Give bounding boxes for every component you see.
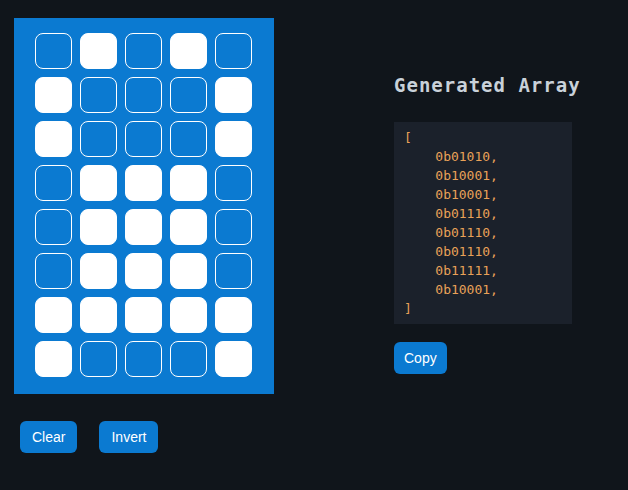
grid-cell[interactable] — [125, 77, 162, 113]
grid-cell[interactable] — [125, 341, 162, 377]
pixel-editor-panel — [14, 18, 274, 394]
grid-cell[interactable] — [170, 121, 207, 157]
grid-cell[interactable] — [80, 77, 117, 113]
grid-cell[interactable] — [35, 341, 72, 377]
grid-cell[interactable] — [215, 341, 252, 377]
grid-cell[interactable] — [170, 209, 207, 245]
grid-cell[interactable] — [170, 77, 207, 113]
copy-button[interactable]: Copy — [394, 342, 447, 374]
grid-cell[interactable] — [125, 253, 162, 289]
code-pre: [ 0b01010, 0b10001, 0b10001, 0b01110, 0b… — [404, 128, 562, 318]
grid-cell[interactable] — [35, 121, 72, 157]
grid-cell[interactable] — [125, 297, 162, 333]
grid-cell[interactable] — [35, 209, 72, 245]
grid-cell[interactable] — [170, 341, 207, 377]
grid-cell[interactable] — [170, 253, 207, 289]
grid-cell[interactable] — [170, 33, 207, 69]
grid-cell[interactable] — [80, 209, 117, 245]
grid-cell[interactable] — [215, 121, 252, 157]
output-section: Generated Array [ 0b01010, 0b10001, 0b10… — [394, 74, 572, 374]
clear-button[interactable]: Clear — [20, 421, 77, 453]
generated-array-heading: Generated Array — [394, 74, 572, 96]
grid-cell[interactable] — [215, 77, 252, 113]
grid-cell[interactable] — [35, 165, 72, 201]
grid-cell[interactable] — [215, 297, 252, 333]
grid-cell[interactable] — [35, 253, 72, 289]
grid-cell[interactable] — [80, 121, 117, 157]
grid-cell[interactable] — [80, 341, 117, 377]
grid-cell[interactable] — [215, 209, 252, 245]
grid-cell[interactable] — [80, 297, 117, 333]
invert-button[interactable]: Invert — [99, 421, 158, 453]
grid-cell[interactable] — [80, 253, 117, 289]
grid-cell[interactable] — [125, 121, 162, 157]
grid-cell[interactable] — [170, 165, 207, 201]
grid-cell[interactable] — [80, 165, 117, 201]
grid-cell[interactable] — [80, 33, 117, 69]
grid-cell[interactable] — [35, 33, 72, 69]
grid-actions: Clear Invert — [20, 421, 158, 453]
grid-cell[interactable] — [215, 165, 252, 201]
grid-cell[interactable] — [125, 165, 162, 201]
code-block: [ 0b01010, 0b10001, 0b10001, 0b01110, 0b… — [394, 122, 572, 324]
grid-cell[interactable] — [35, 297, 72, 333]
pixel-grid — [35, 33, 253, 377]
grid-cell[interactable] — [215, 33, 252, 69]
grid-cell[interactable] — [35, 77, 72, 113]
grid-cell[interactable] — [215, 253, 252, 289]
grid-cell[interactable] — [170, 297, 207, 333]
grid-cell[interactable] — [125, 209, 162, 245]
grid-cell[interactable] — [125, 33, 162, 69]
